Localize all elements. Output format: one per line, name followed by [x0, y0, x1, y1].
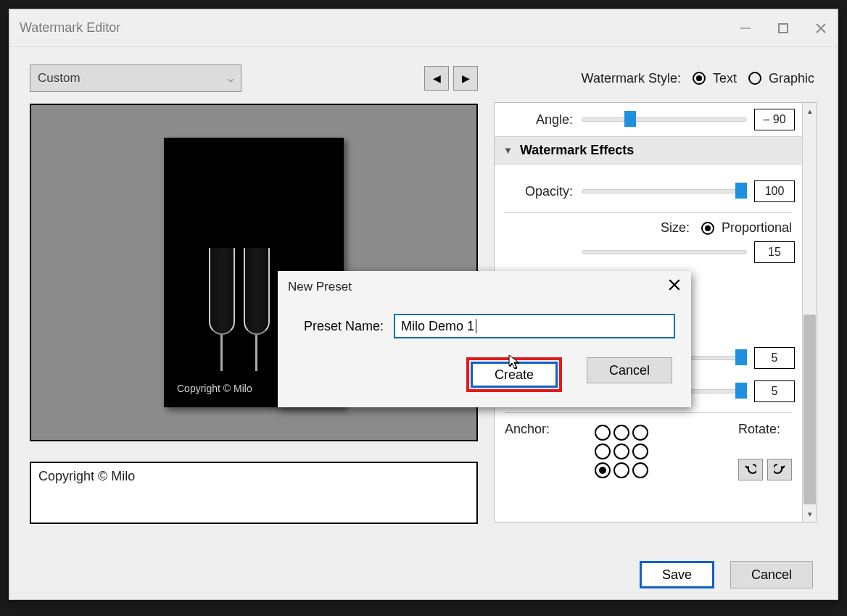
- anchor-tl[interactable]: [595, 425, 611, 441]
- size-proportional-radio[interactable]: [701, 222, 714, 235]
- anchor-ml[interactable]: [595, 444, 611, 459]
- rotate-label: Rotate:: [738, 422, 792, 437]
- dialog-close-icon[interactable]: [668, 278, 681, 295]
- preset-selected: Custom: [38, 71, 80, 86]
- anchor-tr[interactable]: [632, 425, 648, 441]
- style-graphic-radio[interactable]: [748, 72, 761, 85]
- rotate-left-button[interactable]: [738, 459, 763, 480]
- size-mode-label: Proportional: [722, 220, 792, 236]
- anchor-bl[interactable]: [595, 462, 611, 478]
- title-bar: Watermark Editor: [9, 9, 838, 47]
- watermark-style-label: Watermark Style:: [582, 71, 681, 86]
- preset-name-value: Milo Demo 1: [401, 319, 474, 334]
- dialog-title: New Preset: [288, 280, 352, 294]
- preset-dropdown[interactable]: Custom ⌵: [30, 64, 241, 92]
- save-button[interactable]: Save: [640, 561, 714, 588]
- opacity-label: Opacity:: [502, 184, 582, 199]
- style-graphic-label: Graphic: [769, 71, 814, 86]
- tutorial-highlight: Create: [466, 357, 562, 392]
- watermark-style-row: Watermark Style: Text Graphic: [494, 64, 817, 92]
- watermark-text-input[interactable]: Copyright © Milo: [30, 462, 478, 524]
- opacity-slider[interactable]: [582, 184, 747, 199]
- new-preset-dialog: New Preset Preset Name: Milo Demo 1 Crea…: [278, 271, 691, 407]
- angle-slider[interactable]: [582, 112, 747, 127]
- opacity-value[interactable]: 100: [754, 180, 795, 202]
- anchor-grid: [595, 425, 650, 480]
- size-label: Size:: [661, 220, 690, 236]
- cancel-button[interactable]: Cancel: [730, 561, 813, 588]
- anchor-bc[interactable]: [613, 462, 629, 478]
- anchor-mr[interactable]: [632, 444, 648, 459]
- section-title: Watermark Effects: [520, 143, 634, 158]
- preset-name-label: Preset Name:: [304, 319, 384, 334]
- disclosure-triangle-icon: ▼: [503, 145, 513, 156]
- close-icon[interactable]: [814, 22, 827, 35]
- window-title: Watermark Editor: [20, 20, 120, 36]
- section-watermark-effects[interactable]: ▼ Watermark Effects: [495, 136, 802, 165]
- prev-image-button[interactable]: ◀: [424, 66, 449, 91]
- size-value[interactable]: 15: [754, 241, 795, 263]
- scroll-up-icon[interactable]: ▴: [803, 103, 817, 119]
- anchor-tc[interactable]: [613, 425, 629, 441]
- maximize-button[interactable]: [777, 22, 790, 35]
- scroll-down-icon[interactable]: ▾: [803, 506, 817, 522]
- rotate-right-button[interactable]: [767, 459, 792, 480]
- watermark-overlay: Copyright © Milo: [177, 383, 252, 394]
- style-text-radio[interactable]: [693, 72, 706, 85]
- anchor-mc[interactable]: [613, 444, 629, 459]
- next-image-button[interactable]: ▶: [453, 66, 478, 91]
- horizontal-value[interactable]: 5: [754, 347, 795, 369]
- create-button[interactable]: Create: [471, 362, 558, 388]
- anchor-br[interactable]: [632, 462, 648, 478]
- preset-name-input[interactable]: Milo Demo 1: [394, 314, 675, 338]
- panel-scrollbar[interactable]: ▴ ▾: [802, 103, 817, 522]
- minimize-button[interactable]: [739, 22, 752, 35]
- style-text-label: Text: [713, 71, 737, 86]
- angle-value[interactable]: – 90: [754, 109, 795, 130]
- dialog-cancel-button[interactable]: Cancel: [587, 357, 672, 383]
- size-slider[interactable]: [582, 245, 747, 259]
- vertical-value[interactable]: 5: [754, 380, 795, 402]
- anchor-label: Anchor:: [505, 422, 550, 437]
- watermark-text-value: Copyright © Milo: [38, 469, 135, 483]
- angle-label: Angle:: [502, 112, 582, 128]
- chevron-down-icon: ⌵: [228, 72, 234, 84]
- watermark-editor-window: Watermark Editor Custom ⌵ ◀ ▶: [9, 9, 838, 600]
